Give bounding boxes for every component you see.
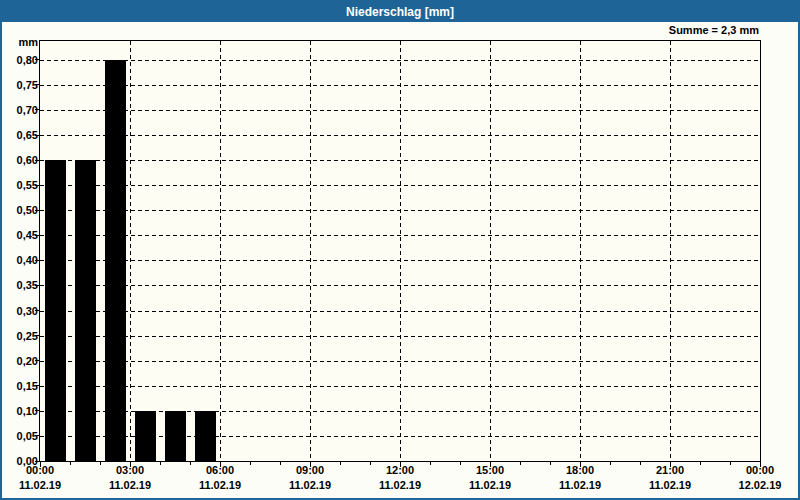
gridline-vertical bbox=[490, 41, 491, 461]
y-tick-label: 0,40 bbox=[2, 253, 38, 267]
gridline-vertical bbox=[670, 41, 671, 461]
x-tick-label: 09:0011.02.19 bbox=[265, 463, 355, 493]
x-tick-label: 00:0012.02.19 bbox=[715, 463, 800, 493]
x-tick-date: 11.02.19 bbox=[625, 478, 715, 493]
y-tick-label: 0,15 bbox=[2, 379, 38, 393]
precipitation-bar bbox=[105, 60, 126, 461]
chart-area: Summe = 2,3 mm mm 0,000,050,100,150,200,… bbox=[2, 22, 798, 498]
precipitation-bar bbox=[165, 411, 186, 461]
y-tick-label: 0,55 bbox=[2, 178, 38, 192]
x-tick-label: 03:0011.02.19 bbox=[85, 463, 175, 493]
precipitation-bar bbox=[135, 411, 156, 461]
x-tick-time: 18:00 bbox=[535, 463, 625, 478]
x-tick-time: 12:00 bbox=[355, 463, 445, 478]
x-tick-date: 11.02.19 bbox=[535, 478, 625, 493]
y-tick-label: 0,75 bbox=[2, 78, 38, 92]
x-tick-date: 11.02.19 bbox=[85, 478, 175, 493]
x-tick-label: 21:0011.02.19 bbox=[625, 463, 715, 493]
precipitation-bar bbox=[195, 411, 216, 461]
chart-window: Niederschlag [mm] Summe = 2,3 mm mm 0,00… bbox=[0, 0, 800, 500]
x-tick-date: 11.02.19 bbox=[265, 478, 355, 493]
y-tick-label: 0,70 bbox=[2, 103, 38, 117]
y-tick-label: 0,60 bbox=[2, 153, 38, 167]
gridline-vertical bbox=[130, 41, 131, 461]
x-tick-date: 11.02.19 bbox=[355, 478, 445, 493]
gridline-vertical bbox=[580, 41, 581, 461]
x-tick-date: 11.02.19 bbox=[445, 478, 535, 493]
gridline-vertical bbox=[400, 41, 401, 461]
x-tick-label: 12:0011.02.19 bbox=[355, 463, 445, 493]
precipitation-bar bbox=[45, 160, 66, 461]
y-tick-label: 0,25 bbox=[2, 329, 38, 343]
y-tick-label: 0,30 bbox=[2, 304, 38, 318]
window-title: Niederschlag [mm] bbox=[346, 5, 454, 19]
x-tick-time: 06:00 bbox=[175, 463, 265, 478]
precipitation-bar bbox=[75, 160, 96, 461]
x-tick-label: 00:0011.02.19 bbox=[0, 463, 85, 493]
titlebar: Niederschlag [mm] bbox=[2, 2, 798, 22]
y-tick-label: 0,05 bbox=[2, 429, 38, 443]
sum-label: Summe = 2,3 mm bbox=[2, 24, 759, 36]
y-tick-label: 0,80 bbox=[2, 53, 38, 67]
y-tick-label: 0,20 bbox=[2, 354, 38, 368]
plot-area bbox=[39, 40, 761, 462]
x-tick-label: 06:0011.02.19 bbox=[175, 463, 265, 493]
x-tick-label: 15:0011.02.19 bbox=[445, 463, 535, 493]
x-tick-time: 03:00 bbox=[85, 463, 175, 478]
y-tick-label: 0,35 bbox=[2, 278, 38, 292]
gridline-vertical bbox=[220, 41, 221, 461]
y-tick-label: 0,10 bbox=[2, 404, 38, 418]
gridline-vertical bbox=[310, 41, 311, 461]
x-tick-time: 00:00 bbox=[715, 463, 800, 478]
x-tick-time: 09:00 bbox=[265, 463, 355, 478]
y-axis-unit-label: mm bbox=[2, 36, 38, 48]
x-tick-time: 21:00 bbox=[625, 463, 715, 478]
y-tick-label: 0,50 bbox=[2, 203, 38, 217]
y-tick-label: 0,45 bbox=[2, 228, 38, 242]
x-tick-label: 18:0011.02.19 bbox=[535, 463, 625, 493]
y-tick-label: 0,65 bbox=[2, 128, 38, 142]
x-tick-time: 00:00 bbox=[0, 463, 85, 478]
x-tick-date: 12.02.19 bbox=[715, 478, 800, 493]
x-tick-date: 11.02.19 bbox=[175, 478, 265, 493]
x-tick-time: 15:00 bbox=[445, 463, 535, 478]
x-tick-date: 11.02.19 bbox=[0, 478, 85, 493]
